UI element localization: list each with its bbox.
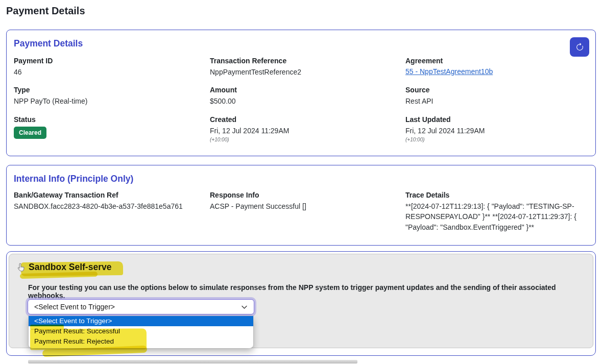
field-value: NppPaymentTestReference2 xyxy=(210,67,405,77)
agreement-link[interactable]: 55 - NppTestAgreement10b xyxy=(405,67,493,76)
field-label: Amount xyxy=(210,86,405,94)
status-badge: Cleared xyxy=(14,127,46,139)
field-value: ACSP - Payment Successful [] xyxy=(210,201,405,211)
payment-card-heading: Payment Details xyxy=(14,38,588,49)
field-value: Fri, 12 Jul 2024 11:29AM xyxy=(405,126,588,136)
field-label: Last Updated xyxy=(405,115,588,124)
field-label: Status xyxy=(14,115,210,124)
field-label: Payment ID xyxy=(14,57,210,65)
field-created: Created Fri, 12 Jul 2024 11:29AM (+10:00… xyxy=(210,115,405,142)
event-trigger-select[interactable]: <Select Event to Trigger> xyxy=(28,299,254,314)
refresh-button[interactable] xyxy=(570,37,589,57)
dropdown-option-payment-successful[interactable]: Payment Result: Successful xyxy=(29,326,253,336)
field-last-updated: Last Updated Fri, 12 Jul 2024 11:29AM (+… xyxy=(405,115,588,142)
field-amount: Amount $500.00 xyxy=(210,86,405,106)
field-label: Created xyxy=(210,115,405,124)
field-type: Type NPP PayTo (Real-time) xyxy=(14,86,210,106)
field-value: **[2024-07-12T11:29:13]: { "Payload": "T… xyxy=(405,201,585,232)
internal-info-heading: Internal Info (Principle Only) xyxy=(14,174,588,184)
field-response-info: Response Info ACSP - Payment Successful … xyxy=(210,191,405,232)
sandbox-description: For your testing you can use the options… xyxy=(28,283,580,300)
field-label: Agreement xyxy=(405,57,588,65)
timezone-note: (+10:00) xyxy=(210,137,405,142)
field-label: Bank/Gateway Transaction Ref xyxy=(14,191,200,199)
field-label: Trace Details xyxy=(405,191,585,199)
field-value: SANDBOX.facc2823-4820-4b3e-a537-3fe881e5… xyxy=(14,201,200,211)
field-source: Source Rest API xyxy=(405,86,588,106)
field-trace-details: Trace Details **[2024-07-12T11:29:13]: {… xyxy=(405,191,588,232)
internal-info-card: Internal Info (Principle Only) Bank/Gate… xyxy=(6,165,596,246)
field-label: Response Info xyxy=(210,191,405,199)
payment-details-card: Payment Details Payment ID 46 Transactio… xyxy=(6,30,596,156)
bottom-edge-strip xyxy=(28,360,357,363)
page-title: Payment Details xyxy=(6,5,85,17)
field-value: Rest API xyxy=(405,96,588,106)
field-transaction-reference: Transaction Reference NppPaymentTestRefe… xyxy=(210,57,405,77)
event-trigger-dropdown: <Select Event to Trigger> Payment Result… xyxy=(29,316,253,348)
field-label: Type xyxy=(14,86,210,94)
sandbox-self-serve-card: Sandbox Self-serve For your testing you … xyxy=(6,251,596,356)
chevron-down-icon xyxy=(241,304,248,310)
field-payment-id: Payment ID 46 xyxy=(14,57,210,77)
field-label: Source xyxy=(405,86,588,94)
hand-cursor-icon xyxy=(16,262,25,275)
field-label: Transaction Reference xyxy=(210,57,405,65)
field-value: Fri, 12 Jul 2024 11:29AM xyxy=(210,126,405,136)
dropdown-option-select-event[interactable]: <Select Event to Trigger> xyxy=(29,316,253,326)
field-agreement: Agreement 55 - NppTestAgreement10b xyxy=(405,57,588,77)
payment-details-page: Payment Details Payment Details Payment … xyxy=(0,0,602,364)
select-value: <Select Event to Trigger> xyxy=(34,303,115,311)
field-value: $500.00 xyxy=(210,96,405,106)
field-status: Status Cleared xyxy=(14,115,210,142)
dropdown-option-payment-rejected[interactable]: Payment Result: Rejected xyxy=(29,336,253,347)
refresh-icon xyxy=(575,43,584,52)
sandbox-heading: Sandbox Self-serve xyxy=(29,262,111,273)
field-value: NPP PayTo (Real-time) xyxy=(14,96,210,106)
field-value: 46 xyxy=(14,67,210,77)
timezone-note: (+10:00) xyxy=(405,137,588,142)
field-bank-gateway-ref: Bank/Gateway Transaction Ref SANDBOX.fac… xyxy=(14,191,210,232)
